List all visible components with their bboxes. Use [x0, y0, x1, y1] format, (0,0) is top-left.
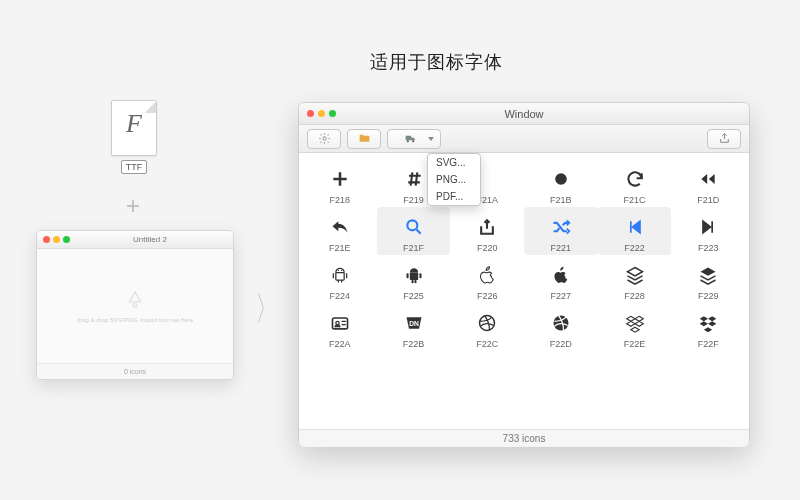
icon-cell-F223[interactable]: F223 — [671, 207, 745, 255]
plus-symbol: + — [126, 192, 140, 220]
share-icon — [450, 213, 524, 241]
icon-code: F228 — [598, 291, 672, 301]
icon-cell-F222[interactable]: F222 — [598, 207, 672, 255]
svg-text:DN: DN — [409, 320, 419, 327]
svg-point-8 — [341, 270, 342, 271]
svg-point-5 — [407, 220, 417, 230]
dropzone-hint: drag & drop SVG/PNG, import icon set her… — [77, 317, 193, 323]
close-icon[interactable] — [43, 236, 50, 243]
icon-cell-F227[interactable]: F227 — [524, 255, 598, 303]
share-button[interactable] — [707, 129, 741, 149]
folder-icon — [358, 132, 371, 145]
icon-code: F223 — [671, 243, 745, 253]
icon-cell-F22F[interactable]: F22F — [671, 303, 745, 351]
icon-code: F220 — [450, 243, 524, 253]
icon-cell-F21E[interactable]: F21E — [303, 207, 377, 255]
settings-button[interactable] — [307, 129, 341, 149]
icon-code: F21E — [303, 243, 377, 253]
folder-button[interactable] — [347, 129, 381, 149]
skip-forward-icon — [671, 213, 745, 241]
gear-icon — [318, 132, 331, 145]
icon-cell-F21C[interactable]: F21C — [598, 159, 672, 207]
document-icon: F — [111, 100, 157, 156]
export-svg-item[interactable]: SVG... — [428, 154, 480, 171]
icon-code: F222 — [598, 243, 672, 253]
android-icon — [303, 261, 377, 289]
reply-icon — [303, 213, 377, 241]
icon-code: F225 — [377, 291, 451, 301]
svg-rect-13 — [414, 280, 416, 283]
search-icon — [377, 213, 451, 241]
layers-alt-icon — [671, 261, 745, 289]
minimize-icon[interactable] — [53, 236, 60, 243]
icon-cell-F224[interactable]: F224 — [303, 255, 377, 303]
main-titlebar: Window — [299, 103, 749, 125]
truck-icon — [404, 132, 417, 145]
export-pdf-item[interactable]: PDF... — [428, 188, 480, 205]
main-window-title: Window — [299, 108, 749, 120]
apple-outline-icon — [450, 261, 524, 289]
main-window: Window SVG... PNG... PDF... F218F219F21A… — [298, 102, 750, 444]
icon-cell-F226[interactable]: F226 — [450, 255, 524, 303]
dropzone-icon — [124, 289, 146, 311]
icon-cell-F22C[interactable]: F22C — [450, 303, 524, 351]
empty-window-title: Untitled 2 — [73, 235, 227, 244]
icon-code: F22F — [671, 339, 745, 349]
empty-window-footer: 0 icons — [37, 363, 233, 379]
close-icon[interactable] — [307, 110, 314, 117]
id-icon — [303, 309, 377, 337]
icon-cell-F22E[interactable]: F22E — [598, 303, 672, 351]
main-toolbar — [299, 125, 749, 153]
icon-code: F21F — [377, 243, 451, 253]
icon-cell-F21F[interactable]: F21F — [377, 207, 451, 255]
icon-cell-F21D[interactable]: F21D — [671, 159, 745, 207]
zoom-icon[interactable] — [63, 236, 70, 243]
empty-window-titlebar: Untitled 2 — [37, 231, 233, 249]
dribbble-icon — [450, 309, 524, 337]
export-dropdown-button[interactable] — [387, 129, 441, 149]
svg-point-2 — [406, 140, 408, 142]
icon-cell-F225[interactable]: F225 — [377, 255, 451, 303]
icon-code: F218 — [303, 195, 377, 205]
icon-code: F22E — [598, 339, 672, 349]
rewind-icon — [671, 165, 745, 193]
icon-cell-F229[interactable]: F229 — [671, 255, 745, 303]
icon-cell-F22B[interactable]: DNF22B — [377, 303, 451, 351]
icon-code: F224 — [303, 291, 377, 301]
icon-cell-F221[interactable]: F221 — [524, 207, 598, 255]
empty-window: Untitled 2 drag & drop SVG/PNG, import i… — [36, 230, 234, 380]
export-png-item[interactable]: PNG... — [428, 171, 480, 188]
icon-code: F226 — [450, 291, 524, 301]
icon-grid: F218F219F21AF21BF21CF21DF21EF21FF220F221… — [299, 153, 749, 429]
icon-cell-F22D[interactable]: F22D — [524, 303, 598, 351]
zoom-icon[interactable] — [329, 110, 336, 117]
apple-icon — [524, 261, 598, 289]
arrow-right-icon: 〉 — [255, 286, 279, 332]
svg-rect-12 — [411, 280, 413, 283]
svg-rect-11 — [419, 273, 421, 278]
share-icon — [718, 132, 731, 145]
empty-window-body[interactable]: drag & drop SVG/PNG, import icon set her… — [37, 249, 233, 363]
icon-code: F227 — [524, 291, 598, 301]
icon-cell-F21B[interactable]: F21B — [524, 159, 598, 207]
icon-code: F21C — [598, 195, 672, 205]
dn-icon: DN — [377, 309, 451, 337]
dropbox-icon — [671, 309, 745, 337]
layers-icon — [598, 261, 672, 289]
minimize-icon[interactable] — [318, 110, 325, 117]
ttf-badge: TTF — [121, 160, 148, 174]
refresh-icon — [598, 165, 672, 193]
icon-cell-F220[interactable]: F220 — [450, 207, 524, 255]
ttf-file-tile: F TTF — [104, 100, 164, 174]
circle-icon — [524, 165, 598, 193]
icon-code: F22C — [450, 339, 524, 349]
svg-point-7 — [337, 270, 338, 271]
dropbox-outline-icon — [598, 309, 672, 337]
icon-code: F21D — [671, 195, 745, 205]
shuffle-icon — [524, 213, 598, 241]
icon-cell-F228[interactable]: F228 — [598, 255, 672, 303]
svg-point-0 — [133, 304, 137, 308]
icon-cell-F22A[interactable]: F22A — [303, 303, 377, 351]
icon-cell-F218[interactable]: F218 — [303, 159, 377, 207]
main-window-footer: 733 icons — [299, 429, 749, 447]
